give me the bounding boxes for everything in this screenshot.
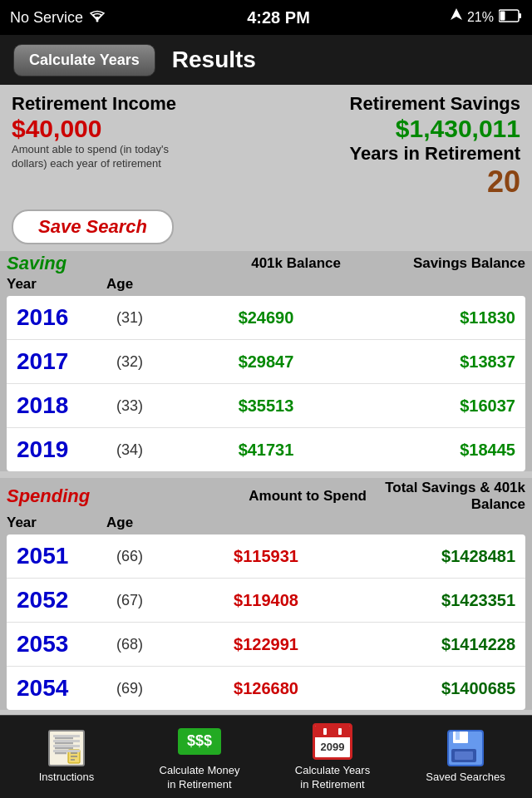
save-icon — [444, 729, 487, 767]
spending-cell-year: 2052 — [17, 587, 116, 613]
saving-col3-header: 401k Balance — [219, 255, 372, 272]
saving-cell-savings: $16037 — [349, 397, 515, 416]
saving-cell-savings: $13837 — [349, 352, 515, 372]
spending-table-row: 2053 (68) $122991 $1414228 — [7, 623, 525, 667]
spending-col-headers: Year Age — [0, 515, 532, 534]
saving-header-row: Saving 401k Balance Savings Balance — [0, 251, 532, 276]
years-in-retirement-value: 20 — [266, 165, 520, 200]
saving-cell-year: 2018 — [17, 392, 116, 419]
spending-col4-header: Total Savings & 401k Balance — [380, 480, 525, 513]
saving-col-headers: Year Age — [0, 276, 532, 296]
calculate-years-button[interactable]: Calculate Years — [13, 44, 155, 76]
spending-col2-header: Age — [106, 515, 173, 531]
svg-rect-14 — [323, 728, 327, 735]
instructions-icon — [45, 729, 88, 767]
retirement-income-value: $40,000 — [12, 115, 266, 143]
spending-cell-amount: $126680 — [183, 679, 349, 698]
spending-cell-total: $1423351 — [349, 591, 515, 610]
calendar-year: 2099 — [315, 737, 350, 757]
saving-section: Saving 401k Balance Savings Balance Year… — [0, 251, 532, 471]
status-left: No Service — [10, 9, 106, 27]
spending-section: Spending Amount to Spend Total Savings &… — [0, 478, 532, 710]
spending-cell-total: $1400685 — [349, 679, 515, 698]
money-icon: $$$ — [178, 722, 221, 761]
spending-col3-header: Amount to Spend — [235, 488, 381, 505]
spending-cell-age: (67) — [116, 592, 183, 609]
saving-cell-savings: $11830 — [349, 308, 515, 328]
calendar-icon: 2099 — [311, 722, 354, 761]
svg-point-0 — [96, 19, 99, 22]
main-content: Retirement Income $40,000 Amount able to… — [0, 85, 532, 710]
retirement-income-subtext: Amount able to spend (in today's dollars… — [12, 143, 178, 171]
nav-calculate-years[interactable]: 2099 Calculate Yearsin Retirement — [274, 722, 391, 792]
battery-icon — [499, 9, 522, 26]
bottom-nav: Instructions $$$ Calculate Moneyin Retir… — [0, 715, 532, 798]
location-icon — [451, 8, 462, 27]
retirement-info: Retirement Income $40,000 Amount able to… — [0, 85, 532, 204]
saving-cell-year: 2019 — [17, 436, 116, 463]
spending-col1-header: Year — [7, 515, 106, 531]
wifi-icon — [88, 9, 106, 27]
svg-rect-15 — [338, 728, 342, 735]
saving-table: 2016 (31) $24690 $11830 2017 (32) $29847… — [7, 296, 525, 471]
svg-rect-20 — [455, 751, 473, 760]
svg-rect-18 — [456, 732, 460, 740]
saving-cell-year: 2016 — [17, 304, 116, 331]
svg-marker-1 — [451, 8, 462, 20]
retirement-savings-value: $1,430,011 — [266, 115, 520, 143]
spending-cell-total: $1414228 — [349, 635, 515, 654]
carrier-text: No Service — [10, 9, 83, 27]
nav-instructions-label: Instructions — [39, 771, 94, 785]
svg-rect-3 — [519, 13, 521, 18]
spending-cell-year: 2051 — [17, 543, 116, 569]
spending-table: 2051 (66) $115931 $1428481 2052 (67) $11… — [7, 534, 525, 710]
retirement-income-label: Retirement Income — [12, 93, 266, 115]
retirement-income-section: Retirement Income $40,000 Amount able to… — [12, 93, 266, 171]
spending-table-row: 2052 (67) $119408 $1423351 — [7, 579, 525, 623]
save-search-button[interactable]: Save Search — [12, 209, 174, 244]
saving-cell-401k: $35513 — [183, 397, 349, 416]
spending-cell-total: $1428481 — [349, 547, 515, 566]
nav-calculate-money-label: Calculate Moneyin Retirement — [160, 764, 240, 792]
saving-col1-header: Year — [7, 276, 106, 293]
spending-cell-amount: $115931 — [183, 547, 349, 566]
saving-label: Saving — [7, 253, 66, 274]
page-title: Results — [172, 47, 256, 73]
save-search-container: Save Search — [0, 204, 532, 251]
nav-calculate-money[interactable]: $$$ Calculate Moneyin Retirement — [141, 722, 258, 792]
spending-table-row: 2051 (66) $115931 $1428481 — [7, 534, 525, 579]
status-bar: No Service 4:28 PM 21% — [0, 0, 532, 35]
retirement-savings-label: Retirement Savings — [266, 93, 520, 115]
nav-saved-searches-label: Saved Searches — [426, 771, 505, 785]
saving-col4-header: Savings Balance — [372, 255, 525, 272]
spending-cell-age: (68) — [116, 636, 183, 653]
saving-cell-year: 2017 — [17, 348, 116, 375]
saving-cell-age: (34) — [116, 441, 183, 459]
spending-header-row: Spending Amount to Spend Total Savings &… — [0, 478, 532, 515]
svg-rect-4 — [500, 12, 505, 21]
saving-table-row: 2018 (33) $35513 $16037 — [7, 384, 525, 428]
saving-cell-age: (32) — [116, 353, 183, 371]
nav-saved-searches[interactable]: Saved Searches — [407, 729, 524, 785]
saving-cell-age: (33) — [116, 397, 183, 415]
spending-cell-amount: $122991 — [183, 635, 349, 654]
header: Calculate Years Results — [0, 35, 532, 85]
svg-rect-17 — [453, 732, 468, 743]
saving-cell-savings: $18445 — [349, 441, 515, 460]
saving-cell-401k: $29847 — [183, 352, 349, 372]
battery-text: 21% — [467, 10, 494, 25]
saving-cell-401k: $24690 — [183, 308, 349, 328]
spending-cell-amount: $119408 — [183, 591, 349, 610]
spending-cell-age: (69) — [116, 680, 183, 697]
nav-instructions[interactable]: Instructions — [8, 729, 125, 785]
saving-cell-401k: $41731 — [183, 441, 349, 460]
saving-cell-age: (31) — [116, 309, 183, 327]
spending-label: Spending — [7, 485, 90, 507]
saving-table-row: 2019 (34) $41731 $18445 — [7, 428, 525, 471]
nav-calculate-years-label: Calculate Yearsin Retirement — [295, 764, 370, 792]
saving-table-row: 2017 (32) $29847 $13837 — [7, 340, 525, 384]
retirement-savings-section: Retirement Savings $1,430,011 Years in R… — [266, 93, 520, 200]
years-in-retirement-label: Years in Retirement — [266, 143, 520, 165]
spending-cell-year: 2053 — [17, 631, 116, 658]
spending-cell-age: (66) — [116, 548, 183, 565]
